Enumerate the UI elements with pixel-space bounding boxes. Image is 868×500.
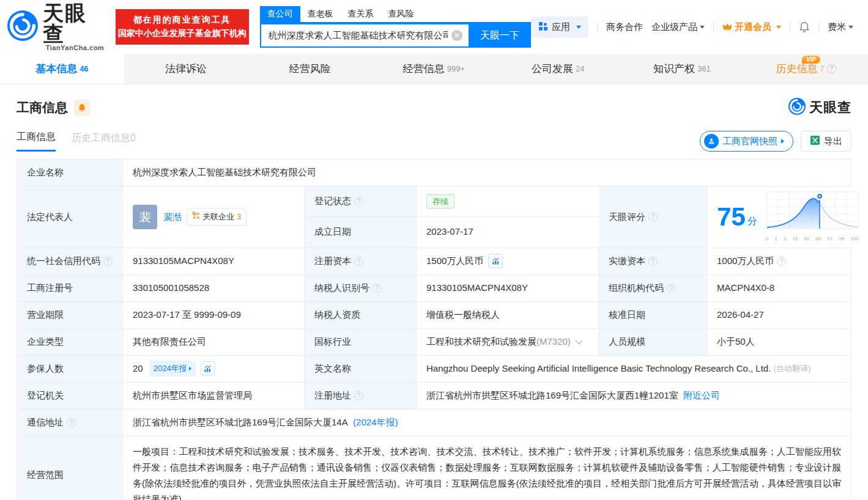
legal-rep-name-link[interactable]: 裴湉 xyxy=(163,210,182,224)
nav-cooperation[interactable]: 商务合作 xyxy=(606,21,643,33)
search-tab-relation[interactable]: 查关系 xyxy=(341,6,381,22)
search-tab-company[interactable]: 查公司 xyxy=(260,6,300,22)
subtab-business-info[interactable]: 工商信息 xyxy=(17,131,56,152)
excel-icon xyxy=(810,135,820,147)
reg-status-label: 登记状态? xyxy=(305,186,417,217)
tab-count: 361 xyxy=(697,64,711,73)
score-value[interactable]: 75 分 xyxy=(707,186,865,248)
section-header: 工商信息 天眼查 xyxy=(17,98,851,117)
status-badge: 存续 xyxy=(426,194,454,209)
subscribe-bell-icon[interactable] xyxy=(74,100,90,116)
legal-rep-avatar[interactable]: 裴 xyxy=(133,205,157,229)
paid-capital-label: 实缴资本? xyxy=(599,248,707,274)
related-companies-count: 3 xyxy=(237,211,241,223)
legal-rep-label: 法定代表人 xyxy=(17,186,123,248)
header: 天眼查 TianYanCha.com 都在用的商业查询工具 国家中小企业发展子基… xyxy=(0,0,868,54)
establish-date-value: 2023-07-17 xyxy=(417,217,599,248)
industry-code: (M7320) xyxy=(536,335,571,349)
export-button[interactable]: 导出 xyxy=(801,131,851,152)
chevron-down-icon xyxy=(776,26,781,29)
score-axis-ticks: 0131550859799100 xyxy=(766,235,859,243)
table-row: 工商注册号 330105001058528 纳税人识别号? 91330105MA… xyxy=(17,275,851,302)
search-input[interactable] xyxy=(260,23,469,48)
search-tab-boss[interactable]: 查老板 xyxy=(300,6,341,22)
user-menu[interactable]: 费米 xyxy=(828,21,853,33)
user-name: 费米 xyxy=(828,21,846,33)
industry-value[interactable]: 工程和技术研究和试验发展(M7320) xyxy=(417,329,599,355)
help-icon[interactable]: ? xyxy=(777,257,786,266)
tab-intellectual-property[interactable]: 知识产权361 xyxy=(620,54,744,84)
tab-label: 基本信息 xyxy=(35,62,77,76)
logo-title: 天眼查 xyxy=(43,2,107,44)
promo-line1: 都在用的商业查询工具 xyxy=(133,15,231,26)
help-icon[interactable]: ? xyxy=(667,284,676,293)
help-icon[interactable]: ? xyxy=(67,418,76,427)
paid-capital-value: 1000万人民币? xyxy=(707,248,851,274)
help-icon[interactable]: ? xyxy=(103,257,113,266)
english-name-value: Hangzhou Deeply Seeking Artificial Intel… xyxy=(417,356,851,382)
help-icon[interactable]: ? xyxy=(354,391,363,400)
nav-enterprise[interactable]: 企业级产品 xyxy=(651,21,705,33)
staff-size-label: 人员规模 xyxy=(599,329,707,355)
reg-number-value: 330105001058528 xyxy=(123,275,305,301)
help-icon[interactable]: ? xyxy=(354,257,363,266)
table-row: 法定代表人 裴 裴湉 关联企业 3 登记状态? 存续 成立日期 xyxy=(17,186,851,248)
table-row: 企业类型 其他有限责任公司 国标行业 工程和技术研究和试验发展(M7320) 人… xyxy=(17,329,851,356)
taxpayer-quality-value: 增值税一般纳税人 xyxy=(417,302,599,328)
tab-operating-info[interactable]: 经营信息999+ xyxy=(372,54,496,84)
official-snapshot-button[interactable]: 工商官网快照 xyxy=(700,131,793,152)
stamp-icon xyxy=(704,134,719,149)
staff-size-value: 小于50人 xyxy=(707,329,851,355)
clear-search-icon[interactable]: ✕ xyxy=(451,30,462,41)
table-row: 通信地址? 浙江省杭州市拱墅区环城北路169号汇金国际大厦14A (2024年报… xyxy=(17,410,851,436)
vip-badge: VIP xyxy=(802,56,820,64)
search-area: 查公司 查老板 查关系 查风险 ✕ 天眼一下 xyxy=(260,6,531,48)
mail-address-value: 浙江省杭州市拱墅区环城北路169号汇金国际大厦14A (2024年报) xyxy=(123,410,851,436)
org-code-label: 组织机构代码? xyxy=(599,275,707,301)
table-row: 登记机关 杭州市拱墅区市场监督管理局 注册地址? 浙江省杭州市拱墅区环城北路16… xyxy=(17,383,851,410)
annual-report-link[interactable]: (2024年报) xyxy=(353,416,398,430)
nav-vip-label: 开通会员 xyxy=(735,21,771,33)
tab-history-info[interactable]: VIP 历史信息7 ? xyxy=(744,54,868,84)
business-scope-value: 一般项目：工程和技术研究和试验发展；技术服务、技术开发、技术咨询、技术交流、技术… xyxy=(123,436,851,500)
notification-bell-icon[interactable] xyxy=(799,21,810,33)
nav-vip[interactable]: 开通会员 xyxy=(722,21,781,33)
divider xyxy=(790,22,790,32)
promo-line2: 国家中小企业发展子基金旗下机构 xyxy=(118,28,247,39)
nearby-companies-link[interactable]: 附近公司 xyxy=(683,389,720,403)
chevron-down-icon xyxy=(700,26,705,29)
tab-company-development[interactable]: 公司发展24 xyxy=(496,54,620,84)
tianyancha-logo[interactable]: 天眼查 TianYanCha.com xyxy=(7,2,107,51)
tab-operating-risk[interactable]: 经营风险 xyxy=(248,54,372,84)
help-icon[interactable]: ? xyxy=(648,257,658,266)
search-button[interactable]: 天眼一下 xyxy=(469,23,531,48)
reg-capital-value: 1500万人民币 xyxy=(417,248,599,274)
industry-label: 国标行业 xyxy=(305,329,417,355)
tab-basic-info[interactable]: 基本信息46 xyxy=(0,54,124,84)
credit-code-label: 统一社会信用代码? xyxy=(17,248,123,274)
subtab-history-business-info[interactable]: 历史工商信息0 xyxy=(72,132,136,151)
export-label: 导出 xyxy=(824,136,842,147)
business-info-table: 企业名称 杭州深度求索人工智能基础技术研究有限公司 法定代表人 裴 裴湉 关联企… xyxy=(17,159,851,500)
related-companies-badge[interactable]: 关联企业 3 xyxy=(187,208,247,226)
insured-trend-icon[interactable] xyxy=(201,361,215,376)
annual-report-badge[interactable]: 2024年报 xyxy=(149,361,196,377)
reg-authority-value: 杭州市拱墅区市场监督管理局 xyxy=(123,383,305,409)
tab-legal[interactable]: 法律诉讼 xyxy=(124,54,248,84)
help-icon[interactable]: ? xyxy=(648,212,658,221)
score-unit: 分 xyxy=(747,214,757,229)
apps-menu[interactable]: 应用 xyxy=(531,17,588,38)
help-icon[interactable]: ? xyxy=(373,284,382,293)
capital-trend-icon[interactable] xyxy=(488,254,503,268)
logo-domain: TianYanCha.com xyxy=(46,44,104,51)
help-icon[interactable]: ? xyxy=(354,197,363,206)
insured-value: 20 2024年报 xyxy=(123,356,305,382)
search-tab-risk[interactable]: 查风险 xyxy=(381,6,421,22)
top-nav: 应用 商务合作 企业级产品 开通会员 费米 xyxy=(531,17,853,38)
network-icon xyxy=(192,211,200,223)
reg-capital-label: 注册资本? xyxy=(305,248,417,274)
tab-label: 知识产权 xyxy=(653,62,695,76)
help-icon[interactable]: ? xyxy=(827,64,836,73)
chevron-down-icon[interactable] xyxy=(576,337,582,344)
reg-address-value: 浙江省杭州市拱墅区环城北路169号汇金国际大厦西1幢1201室 附近公司 xyxy=(417,383,851,409)
